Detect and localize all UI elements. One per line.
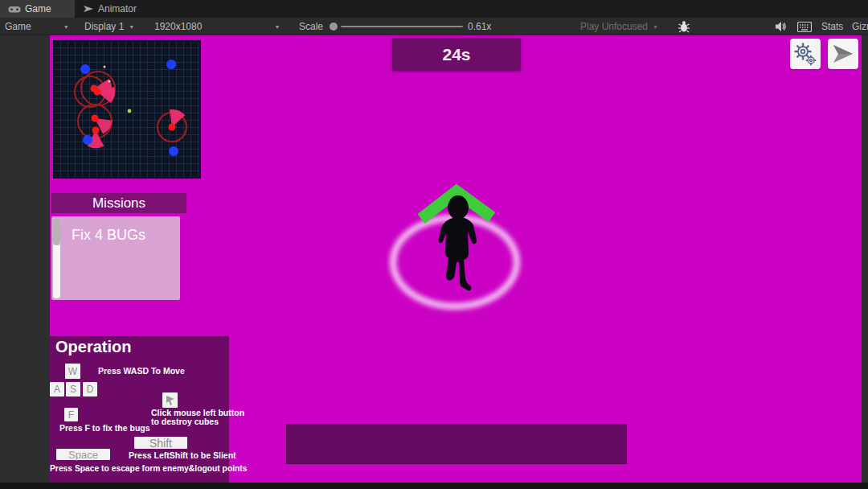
- animator-icon: [83, 4, 94, 14]
- missions-scrollbar-thumb[interactable]: [53, 218, 60, 245]
- minimap: [53, 40, 201, 179]
- keyboard-icon[interactable]: [797, 18, 812, 35]
- gamepad-icon: [8, 4, 21, 14]
- missions-scrollbar[interactable]: [53, 218, 60, 298]
- tab-game[interactable]: Game: [0, 0, 75, 18]
- tab-game-label: Game: [25, 3, 51, 14]
- timer-value: 24s: [442, 45, 470, 64]
- bottom-window-strip: [0, 483, 868, 489]
- missions-header: Missions: [51, 193, 186, 213]
- key-w: W: [65, 364, 80, 379]
- chevron-down-icon: ▼: [63, 24, 69, 30]
- game-view-toolbar: Game ▼ Display 1 ▼ 1920x1080 ▼ Scale 0.6…: [0, 18, 868, 35]
- bug-icon[interactable]: [678, 18, 690, 35]
- game-viewport: 24s: [50, 35, 862, 483]
- game-menu-label: Game: [5, 21, 31, 32]
- mission-item: Fix 4 BUGs: [72, 227, 145, 244]
- key-shift: Shift: [134, 437, 187, 449]
- chevron-down-icon: ▼: [274, 24, 280, 30]
- unity-game-window: Game Animator Game ▼ Display 1 ▼ 1920x10…: [0, 0, 868, 489]
- audio-mute-icon[interactable]: [775, 18, 788, 35]
- move-hint: Press WASD To Move: [98, 366, 185, 376]
- bottom-message-bar: [286, 424, 627, 464]
- key-d: D: [83, 382, 97, 397]
- scale-label: Scale: [299, 18, 323, 35]
- resolution-label: 1920x1080: [154, 21, 202, 32]
- operation-title: Operation: [55, 338, 131, 356]
- tab-animator-label: Animator: [98, 3, 137, 14]
- minimap-entities: [53, 40, 201, 179]
- chevron-down-icon: ▼: [129, 24, 134, 30]
- play-arrow-icon: [831, 43, 855, 65]
- key-s: S: [66, 382, 80, 397]
- gears-icon: [793, 42, 817, 66]
- mouse-hint-line2: to destroy cubes: [151, 417, 219, 426]
- operation-panel: Operation W A S D Press WASD To Move F P…: [50, 336, 229, 483]
- mouse-key: [162, 392, 178, 408]
- timer-panel: 24s: [392, 38, 521, 71]
- scale-slider-track[interactable]: [341, 26, 463, 27]
- key-space: Space: [56, 449, 110, 460]
- resolution-dropdown[interactable]: 1920x1080 ▼: [154, 18, 280, 35]
- gizmos-dropdown[interactable]: Gizmos: [852, 18, 868, 35]
- fix-hint: Press F to fix the bugs: [59, 423, 150, 433]
- tab-animator[interactable]: Animator: [75, 0, 171, 18]
- key-f: F: [64, 408, 78, 421]
- display-label: Display 1: [84, 21, 124, 32]
- missions-panel: Fix 4 BUGs: [51, 216, 180, 300]
- send-play-button[interactable]: [828, 39, 858, 69]
- player-character: [434, 195, 482, 298]
- scale-slider-handle[interactable]: [330, 18, 338, 35]
- missions-title: Missions: [92, 195, 145, 212]
- game-menu-dropdown[interactable]: Game ▼: [5, 18, 69, 35]
- shift-hint: Press LeftShift to be Slient: [129, 450, 236, 460]
- chevron-down-icon: ▼: [653, 24, 658, 30]
- tab-bar: Game Animator: [0, 0, 868, 18]
- display-dropdown[interactable]: Display 1 ▼: [84, 18, 134, 35]
- space-hint: Press Space to escape form enemy&logout …: [50, 464, 229, 473]
- key-a: A: [50, 382, 64, 397]
- play-unfocused-dropdown[interactable]: Play Unfocused ▼: [580, 18, 658, 35]
- play-unfocused-label: Play Unfocused: [580, 21, 648, 32]
- scale-value: 0.61x: [468, 18, 491, 35]
- mouse-cursor-icon: [166, 395, 175, 405]
- stats-toggle[interactable]: Stats: [821, 18, 843, 35]
- settings-button[interactable]: [790, 39, 821, 69]
